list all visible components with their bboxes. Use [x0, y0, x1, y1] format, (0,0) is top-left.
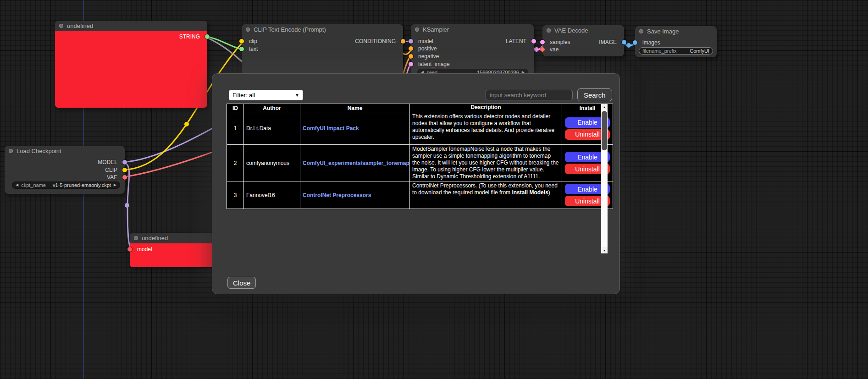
node-title: Load Checkpoint — [17, 148, 61, 154]
input-slot-latent-image[interactable]: latent_image — [411, 61, 450, 67]
extension-id: 2 — [227, 145, 244, 181]
slot-label: model — [418, 38, 433, 44]
node-vae-decode[interactable]: VAE Decode samples vae IMAGE — [542, 25, 624, 56]
model-port-icon[interactable] — [122, 160, 127, 165]
extension-link[interactable]: ComfyUI_experiments/sampler_tonemap — [303, 160, 409, 166]
slot-label: MODEL — [98, 159, 117, 165]
collapse-dot-icon[interactable] — [415, 27, 419, 32]
clip-port-icon[interactable] — [122, 168, 127, 172]
slot-label: IMAGE — [599, 39, 617, 45]
output-slot-image[interactable]: IMAGE — [599, 39, 624, 45]
node-undefined-top[interactable]: undefined STRING — [55, 21, 207, 108]
collapse-dot-icon[interactable] — [9, 149, 13, 153]
slot-label: LATENT — [506, 38, 526, 44]
vae-port-icon[interactable] — [122, 175, 127, 180]
input-slot-model[interactable]: model — [130, 246, 152, 253]
column-header-description: Description — [410, 104, 562, 112]
scrollbar-thumb[interactable] — [602, 111, 607, 150]
column-header-author: Author — [244, 104, 300, 112]
node-header[interactable]: KSampler — [411, 24, 534, 35]
image-port-icon[interactable] — [633, 40, 637, 45]
conditioning-port-icon[interactable] — [409, 46, 413, 51]
node-header[interactable]: undefined — [130, 233, 221, 243]
model-port-icon[interactable] — [409, 39, 413, 44]
decrement-arrow-icon[interactable]: ◀ — [16, 183, 18, 187]
collapse-dot-icon[interactable] — [547, 28, 551, 33]
model-port-icon[interactable] — [127, 247, 132, 252]
scroll-up-icon[interactable]: ▲ — [601, 104, 608, 110]
widget-label: filename_prefix — [642, 48, 677, 54]
output-slot-string[interactable]: STRING — [179, 33, 207, 40]
wire-dot — [125, 203, 129, 208]
conditioning-port-icon[interactable] — [401, 39, 405, 44]
slot-label: samples — [550, 39, 570, 45]
node-save-image[interactable]: Save Image images filename_prefix ComfyU… — [635, 26, 717, 57]
input-slot-vae[interactable]: vae — [542, 46, 558, 53]
output-slot-model[interactable]: MODEL — [98, 159, 125, 165]
latent-port-icon[interactable] — [409, 62, 413, 66]
output-slot-conditioning[interactable]: CONDITIONING — [355, 38, 403, 44]
extension-link[interactable]: ControlNet Preprocessors — [303, 192, 371, 198]
slot-label: text — [249, 46, 258, 52]
filter-selected-value: Filter: all — [232, 92, 255, 99]
node-undefined-bottom[interactable]: undefined model — [130, 233, 221, 267]
slot-label: CLIP — [105, 167, 117, 173]
collapse-dot-icon[interactable] — [59, 24, 63, 28]
latent-port-icon[interactable] — [540, 40, 545, 44]
input-slot-model[interactable]: model — [411, 38, 433, 44]
input-slot-positive[interactable]: positive — [411, 45, 437, 52]
extension-author: Dr.Lt.Data — [244, 112, 300, 145]
extension-id: 1 — [227, 112, 244, 145]
filename-prefix-widget[interactable]: filename_prefix ComfyUI — [639, 47, 713, 55]
string-port-icon[interactable] — [205, 34, 210, 39]
wire-dot — [626, 43, 631, 48]
output-slot-vae[interactable]: VAE — [107, 174, 125, 181]
collapse-dot-icon[interactable] — [246, 27, 250, 32]
input-slot-text[interactable]: text — [242, 46, 258, 52]
slot-label: negative — [418, 53, 439, 60]
extensions-table: ID Author Name Description Install 1 Dr.… — [227, 104, 613, 209]
output-slot-clip[interactable]: CLIP — [105, 167, 125, 173]
ckpt-name-widget[interactable]: ◀ ckpt_name v1-5-pruned-emaonly.ckpt ▶ — [12, 181, 120, 189]
table-header-row: ID Author Name Description Install — [227, 104, 613, 112]
node-header[interactable]: CLIP Text Encode (Prompt) — [242, 24, 403, 35]
scroll-down-icon[interactable]: ▼ — [601, 247, 608, 253]
input-slot-samples[interactable]: samples — [542, 39, 570, 45]
vae-port-icon[interactable] — [540, 47, 545, 52]
conditioning-port-icon[interactable] — [409, 54, 413, 59]
increment-arrow-icon[interactable]: ▶ — [114, 183, 116, 187]
node-header[interactable]: Load Checkpoint — [5, 146, 125, 156]
filter-dropdown[interactable]: Filter: all ▼ — [229, 90, 303, 100]
slot-label: positive — [418, 45, 437, 52]
node-load-checkpoint[interactable]: Load Checkpoint MODEL CLIP VAE ◀ ckpt_na… — [5, 146, 125, 194]
node-clip-text-encode[interactable]: CLIP Text Encode (Prompt) clip text COND… — [242, 24, 403, 77]
input-slot-clip[interactable]: clip — [242, 38, 257, 44]
slot-label: STRING — [179, 33, 200, 40]
output-slot-latent[interactable]: LATENT — [506, 38, 534, 44]
node-ksampler[interactable]: KSampler model positive negative latent_… — [411, 24, 534, 77]
close-button[interactable]: Close — [227, 277, 256, 289]
node-header[interactable]: VAE Decode — [542, 25, 624, 36]
extension-description: This extension offers various detector n… — [410, 112, 562, 145]
extension-author: Fannovel16 — [244, 181, 300, 209]
graph-canvas[interactable]: { "colors": { "node_bg": "#353535", "nod… — [0, 0, 868, 379]
input-slot-images[interactable]: images — [635, 39, 660, 46]
slot-label: vae — [550, 46, 558, 53]
node-title: VAE Decode — [554, 27, 588, 34]
latent-port-icon[interactable] — [531, 39, 536, 44]
string-port-icon[interactable] — [239, 47, 244, 51]
extension-description: ModelSamplerTonemapNoiseTest a node that… — [410, 145, 562, 181]
extension-link[interactable]: ComfyUI Impact Pack — [303, 125, 359, 132]
input-slot-negative[interactable]: negative — [411, 53, 439, 60]
collapse-dot-icon[interactable] — [134, 236, 138, 240]
search-button[interactable]: Search — [577, 88, 612, 101]
table-scrollbar[interactable]: ▲ ▼ — [601, 104, 608, 253]
search-input[interactable] — [486, 90, 573, 100]
dropdown-caret-icon: ▼ — [295, 93, 299, 98]
clip-port-icon[interactable] — [239, 39, 244, 44]
node-header[interactable]: Save Image — [635, 26, 717, 37]
widget-label: ckpt_name — [21, 182, 46, 188]
collapse-dot-icon[interactable] — [639, 29, 643, 33]
image-port-icon[interactable] — [622, 40, 626, 44]
node-header[interactable]: undefined — [55, 21, 207, 31]
